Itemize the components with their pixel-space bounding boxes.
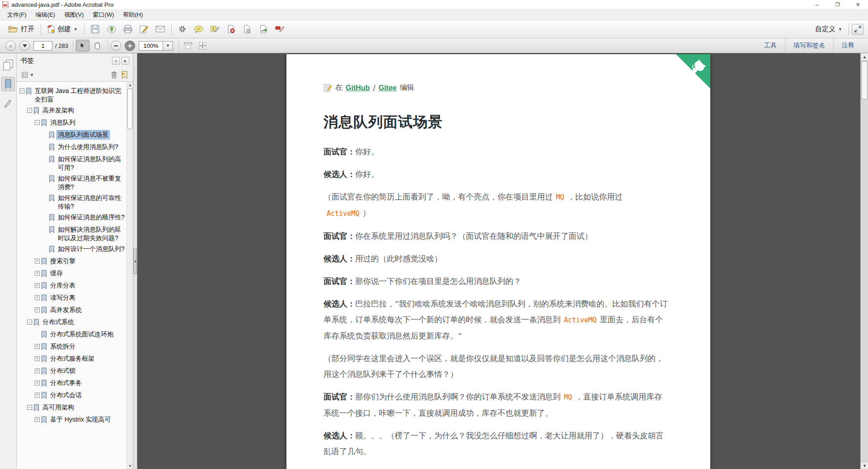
bookmark-label[interactable]: 系统拆分 — [49, 342, 76, 351]
bookmark-label[interactable]: 为什么使用消息队列? — [57, 143, 119, 151]
bookmark-label[interactable]: 读写分离 — [49, 293, 76, 302]
collapse-expander-icon[interactable]: − — [27, 320, 32, 325]
expand-expander-icon[interactable]: + — [35, 283, 40, 288]
delete-bookmark-button[interactable] — [109, 70, 119, 79]
bookmark-label[interactable]: 分布式锁 — [49, 367, 76, 375]
page-number-input[interactable] — [33, 41, 52, 51]
delete-page-button[interactable] — [223, 23, 239, 36]
bookmark-label[interactable]: 高并发架构 — [42, 106, 75, 115]
scroll-up-icon[interactable]: ▲ — [127, 82, 133, 88]
expand-expander-icon[interactable]: + — [35, 307, 40, 312]
minimize-button[interactable]: ─ — [807, 0, 827, 9]
bookmark-label[interactable]: 缓存 — [49, 269, 64, 278]
bookmark-item[interactable]: +分库分表 — [19, 280, 126, 292]
collapse-expander-icon[interactable]: − — [35, 120, 40, 125]
bookmark-item[interactable]: 消息队列面试场景 — [19, 129, 126, 141]
bookmarks-scrollbar[interactable]: ▲ ▼ — [127, 82, 133, 469]
email-button[interactable] — [152, 23, 169, 36]
zoom-out-button[interactable] — [111, 41, 121, 51]
bookmarks-panel-button[interactable] — [1, 77, 15, 91]
panel-splitter[interactable]: ◂ — [133, 53, 137, 469]
restore-button[interactable]: ❐ — [827, 0, 848, 9]
collapse-panel-icon[interactable]: « — [112, 57, 120, 65]
menu-item-3[interactable]: 窗口(W) — [88, 10, 118, 20]
collapse-expander-icon[interactable]: − — [19, 88, 24, 93]
bookmark-label[interactable]: 分布式系统 — [42, 318, 75, 326]
signatures-panel-button[interactable] — [1, 96, 15, 110]
preferences-button[interactable] — [174, 23, 191, 36]
bookmark-item[interactable]: −分布式系统 — [19, 316, 126, 329]
bookmark-label[interactable]: 如何保证消息不被重复消费? — [57, 174, 126, 191]
bookmark-options-button[interactable]: ▼ — [20, 71, 35, 79]
expand-expander-icon[interactable]: + — [35, 393, 40, 398]
bookmark-item[interactable]: −高可用架构 — [19, 402, 126, 414]
share-button[interactable] — [103, 23, 120, 36]
task-tab-1[interactable]: 填写和签名 — [785, 38, 833, 53]
bookmark-label[interactable]: 分库分表 — [49, 281, 76, 290]
fullscreen-button[interactable] — [852, 24, 863, 35]
bookmark-item[interactable]: +读写分离 — [19, 292, 126, 304]
bookmark-label[interactable]: 分布式事务 — [49, 379, 83, 387]
github-corner-icon[interactable] — [676, 54, 710, 88]
next-page-button[interactable] — [19, 41, 30, 51]
bookmark-item[interactable]: 如何保证消息不被重复消费? — [19, 173, 126, 192]
stamp-button[interactable] — [272, 23, 288, 36]
bookmark-item[interactable]: −高并发架构 — [19, 105, 126, 117]
bookmark-item[interactable]: 如何解决消息队列的延时以及过期失效问题? — [19, 224, 126, 243]
sign-button[interactable] — [136, 23, 152, 36]
select-tool-button[interactable] — [76, 40, 89, 51]
task-tab-0[interactable]: 工具 — [756, 38, 785, 53]
menu-item-2[interactable]: 视图(V) — [60, 10, 88, 20]
bookmark-label[interactable]: 消息队列面试场景 — [57, 130, 109, 139]
zoom-level-value[interactable]: 100% — [139, 41, 163, 51]
bookmark-item[interactable]: +分布式会话 — [19, 390, 126, 402]
bookmark-item[interactable]: 如何设计一个消息队列? — [19, 243, 126, 255]
page-thumbnails-button[interactable] — [1, 58, 15, 72]
text-edit-button[interactable]: T — [207, 23, 223, 36]
bookmark-label[interactable]: 如何保证消息的可靠性传输? — [57, 194, 126, 211]
scrollbar-thumb[interactable] — [127, 88, 132, 129]
bookmark-label[interactable]: 分布式会话 — [49, 391, 83, 399]
expand-expander-icon[interactable]: + — [35, 356, 40, 361]
gitee-link[interactable]: Gitee — [379, 84, 397, 92]
menu-item-0[interactable]: 文件(F) — [3, 10, 31, 20]
panel-menu-icon[interactable]: ▸ — [122, 57, 129, 65]
bookmark-label[interactable]: 高并发系统 — [49, 306, 83, 314]
bookmark-item[interactable]: 如何保证消息的可靠性传输? — [19, 192, 126, 212]
bookmark-item[interactable]: −互联网 Java 工程师进阶知识完全扫盲 — [19, 85, 126, 105]
export-page-button[interactable] — [256, 23, 272, 36]
zoom-dropdown-button[interactable]: ▼ — [163, 41, 173, 51]
fit-page-button[interactable] — [196, 40, 210, 51]
expand-expander-icon[interactable]: + — [35, 417, 40, 422]
document-scrollbar[interactable]: ▲ ▼ — [860, 53, 868, 469]
expand-expander-icon[interactable]: + — [35, 271, 40, 276]
menu-item-4[interactable]: 帮助(H) — [118, 10, 147, 20]
bookmark-label[interactable]: 分布式系统面试连环炮 — [49, 330, 114, 339]
bookmark-item[interactable]: 为什么使用消息队列? — [19, 141, 126, 153]
bookmark-label[interactable]: 如何保证消息的顺序性? — [57, 213, 126, 222]
expand-expander-icon[interactable]: + — [35, 259, 40, 264]
bookmark-label[interactable]: 如何设计一个消息队列? — [57, 245, 126, 253]
collapse-expander-icon[interactable]: − — [27, 405, 32, 410]
github-link[interactable]: GitHub — [346, 84, 370, 92]
bookmark-label[interactable]: 高可用架构 — [42, 403, 75, 412]
bookmark-item[interactable]: 如何保证消息的顺序性? — [19, 212, 126, 224]
bookmark-label[interactable]: 消息队列 — [49, 118, 76, 127]
bookmark-item[interactable]: 如何保证消息队列的高可用? — [19, 153, 126, 173]
create-button[interactable]: 创建 ▼ — [44, 23, 81, 35]
previous-page-button[interactable] — [5, 41, 16, 51]
print-button[interactable] — [120, 23, 136, 36]
bookmark-item[interactable]: +分布式事务 — [19, 377, 126, 390]
bookmark-item[interactable]: +搜索引擎 — [19, 255, 126, 268]
comment-button[interactable] — [191, 23, 207, 36]
bookmark-item[interactable]: +缓存 — [19, 268, 126, 280]
bookmark-label[interactable]: 如何保证消息队列的高可用? — [57, 155, 126, 172]
open-button[interactable]: 打开 — [5, 23, 38, 35]
bookmark-item[interactable]: 分布式系统面试连环炮 — [19, 329, 126, 341]
bookmark-item[interactable]: +分布式服务框架 — [19, 353, 126, 365]
expand-expander-icon[interactable]: + — [35, 295, 40, 300]
bookmark-label[interactable]: 互联网 Java 工程师进阶知识完全扫盲 — [34, 87, 126, 104]
collapse-splitter-button[interactable]: ◂ — [133, 249, 137, 274]
collapse-expander-icon[interactable]: − — [27, 108, 32, 113]
scroll-down-icon[interactable]: ▼ — [127, 463, 133, 469]
